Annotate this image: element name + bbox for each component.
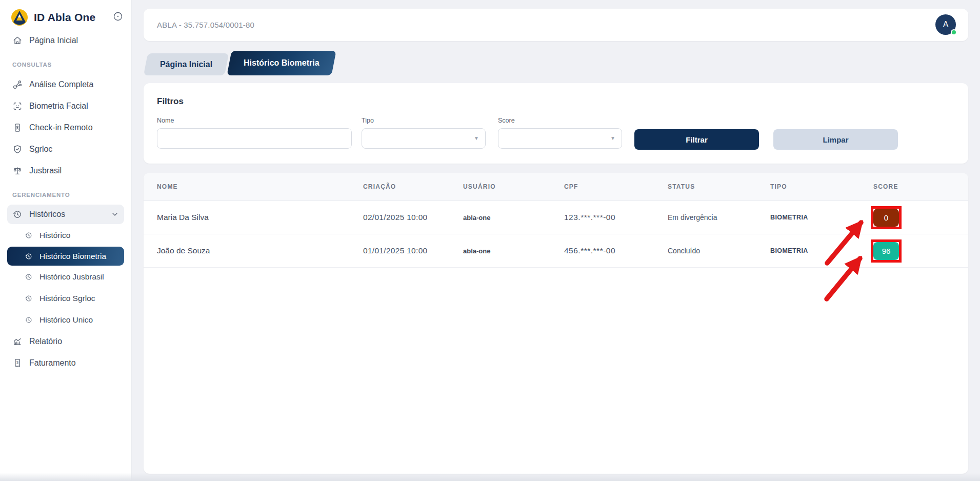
col-tipo: TIPO <box>770 183 871 190</box>
col-nome: NOME <box>157 183 363 190</box>
avatar-initial: A <box>943 20 949 29</box>
sidebar-item-relatorio[interactable]: Relatório <box>7 331 124 352</box>
section-gerenciamento: GERENCIAMENTO <box>7 182 124 204</box>
tab-pagina-inicial[interactable]: Página Inicial <box>144 53 229 75</box>
filter-field-tipo: Tipo ▼ <box>362 117 486 149</box>
sidebar-item-historicos[interactable]: Históricos <box>7 205 124 224</box>
sidebar-item-analise-completa[interactable]: Análise Completa <box>7 74 124 95</box>
abla-logo <box>10 8 29 27</box>
sidebar-item-sgrloc[interactable]: Sgrloc <box>7 138 124 160</box>
chart-icon <box>12 336 23 347</box>
company-cnpj: ABLA - 35.757.054/0001-80 <box>144 9 968 41</box>
history-icon <box>25 273 33 281</box>
filtrar-button[interactable]: Filtrar <box>634 129 759 150</box>
sidebar-item-biometria-facial[interactable]: Biometria Facial <box>7 95 124 117</box>
sidebar-item-historico-jusbrasil[interactable]: Histórico Jusbrasil <box>7 266 124 288</box>
col-cpf: CPF <box>564 183 668 190</box>
app-title: ID Abla One <box>34 11 108 24</box>
sidebar-item-label: Biometria Facial <box>29 102 88 111</box>
sidebar-item-label: Histórico <box>39 231 70 240</box>
col-criacao: CRIAÇÃO <box>363 183 463 190</box>
filter-field-score: Score ▼ <box>498 117 622 149</box>
sidebar-item-label: Página Inicial <box>29 36 78 45</box>
sidebar-item-historico-sgrloc[interactable]: Histórico Sgrloc <box>7 288 124 309</box>
sidebar-item-historico-biometria[interactable]: Histórico Biometria <box>7 247 124 266</box>
table-row[interactable]: João de Souza 01/01/2025 10:00 abla-one … <box>144 234 968 268</box>
history-icon <box>25 231 33 239</box>
nome-input[interactable] <box>157 128 352 149</box>
history-icon <box>25 316 33 324</box>
filter-field-nome: Nome <box>157 117 352 149</box>
tab-label: Página Inicial <box>160 60 212 69</box>
score-label: Score <box>498 117 622 124</box>
cell-nome: Maria Da Silva <box>157 213 363 222</box>
tipo-select[interactable]: ▼ <box>362 128 486 149</box>
receipt-icon: $ <box>12 358 23 368</box>
cell-cpf: 456.***.***-00 <box>564 246 668 255</box>
limpar-button[interactable]: Limpar <box>773 129 898 150</box>
col-score: SCORE <box>871 183 968 190</box>
home-icon <box>12 35 23 46</box>
sidebar-item-jusbrasil[interactable]: Jusbrasil <box>7 160 124 182</box>
cell-cpf: 123.***.***-00 <box>564 213 668 222</box>
avatar[interactable]: A <box>935 14 956 35</box>
collapse-sidebar-icon[interactable] <box>113 11 123 24</box>
sidebar-item-label: Análise Completa <box>29 80 93 89</box>
score-highlight-box: 96 <box>871 239 902 263</box>
nome-label: Nome <box>157 117 352 124</box>
col-usuario: USUÁRIO <box>463 183 564 190</box>
tab-bar: Página Inicial Histórico Biometria <box>146 51 334 75</box>
cell-usuario: abla-one <box>463 214 564 222</box>
cell-status: Concluído <box>668 247 770 255</box>
score-select[interactable]: ▼ <box>498 128 622 149</box>
svg-text:$: $ <box>16 360 19 365</box>
results-table: NOME CRIAÇÃO USUÁRIO CPF STATUS TIPO SCO… <box>144 173 968 474</box>
history-icon <box>25 294 33 303</box>
table-header: NOME CRIAÇÃO USUÁRIO CPF STATUS TIPO SCO… <box>144 173 968 201</box>
phone-checkin-icon <box>12 123 23 133</box>
sidebar-item-label: Check-in Remoto <box>29 123 93 132</box>
cell-tipo: BIOMETRIA <box>770 247 871 254</box>
dropdown-caret-icon: ▼ <box>474 135 479 141</box>
sidebar-item-historico-unico[interactable]: Histórico Unico <box>7 309 124 331</box>
cell-tipo: BIOMETRIA <box>770 214 871 221</box>
sidebar-item-label: Histórico Unico <box>39 315 93 325</box>
sidebar-item-label: Histórico Biometria <box>39 252 106 261</box>
sidebar-item-historico[interactable]: Histórico <box>7 225 124 246</box>
sidebar-item-pagina-inicial[interactable]: Página Inicial <box>7 30 124 51</box>
cell-status: Em divergência <box>668 213 770 222</box>
history-icon <box>25 252 33 260</box>
col-status: STATUS <box>668 183 770 190</box>
score-badge: 0 <box>873 209 899 227</box>
sidebar: ID Abla One Página Inicial CONSULTAS Aná… <box>0 0 132 481</box>
cell-criacao: 02/01/2025 10:00 <box>363 213 463 222</box>
sidebar-item-label: Histórico Sgrloc <box>39 294 95 303</box>
filters-panel: Filtros Nome Tipo ▼ Score ▼ Filtrar Limp… <box>144 83 968 164</box>
cell-usuario: abla-one <box>463 247 564 255</box>
brand: ID Abla One <box>7 0 124 30</box>
page-bottom-fade <box>0 473 980 481</box>
online-status-dot <box>951 29 957 35</box>
face-scan-icon <box>12 101 23 111</box>
sidebar-item-checkin-remoto[interactable]: Check-in Remoto <box>7 117 124 138</box>
filters-title: Filtros <box>157 96 184 107</box>
dropdown-caret-icon: ▼ <box>610 135 615 141</box>
section-consultas: CONSULTAS <box>7 51 124 74</box>
tab-historico-biometria[interactable]: Histórico Biometria <box>227 51 336 75</box>
history-icon <box>12 209 23 219</box>
chevron-down-icon <box>111 210 119 218</box>
sidebar-item-label: Histórico Jusbrasil <box>39 272 104 282</box>
cell-criacao: 01/01/2025 10:00 <box>363 246 463 255</box>
analysis-icon <box>12 79 23 90</box>
shield-check-icon <box>12 144 23 154</box>
tipo-label: Tipo <box>362 117 486 124</box>
sidebar-item-label: Relatório <box>29 337 62 346</box>
score-highlight-box: 0 <box>871 206 902 229</box>
sidebar-item-label: Históricos <box>29 210 65 219</box>
sidebar-item-label: Faturamento <box>29 358 76 368</box>
sidebar-item-label: Sgrloc <box>29 145 52 154</box>
score-badge: 96 <box>873 242 899 260</box>
sidebar-item-faturamento[interactable]: $ Faturamento <box>7 352 124 374</box>
table-row[interactable]: Maria Da Silva 02/01/2025 10:00 abla-one… <box>144 201 968 234</box>
scales-icon <box>12 166 23 176</box>
